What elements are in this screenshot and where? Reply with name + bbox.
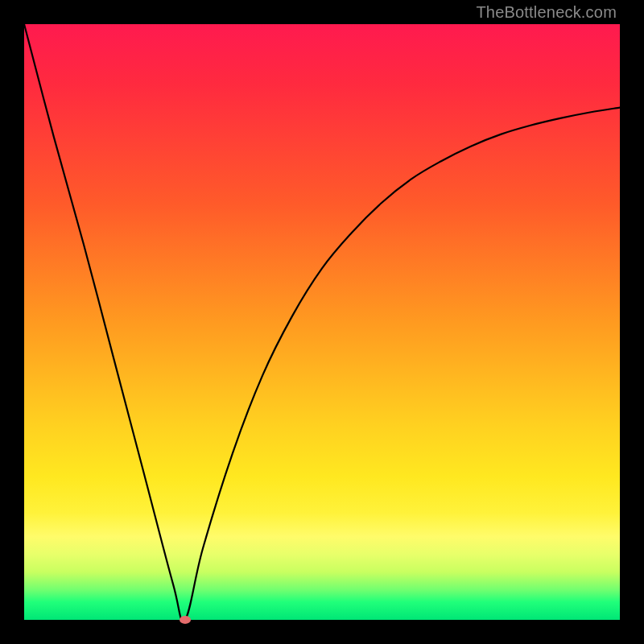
curve-path bbox=[24, 24, 620, 620]
watermark-text: TheBottleneck.com bbox=[476, 3, 617, 22]
chart-frame: TheBottleneck.com bbox=[0, 0, 644, 644]
min-marker bbox=[180, 616, 191, 624]
plot-area bbox=[24, 24, 620, 620]
bottleneck-curve bbox=[24, 24, 620, 620]
